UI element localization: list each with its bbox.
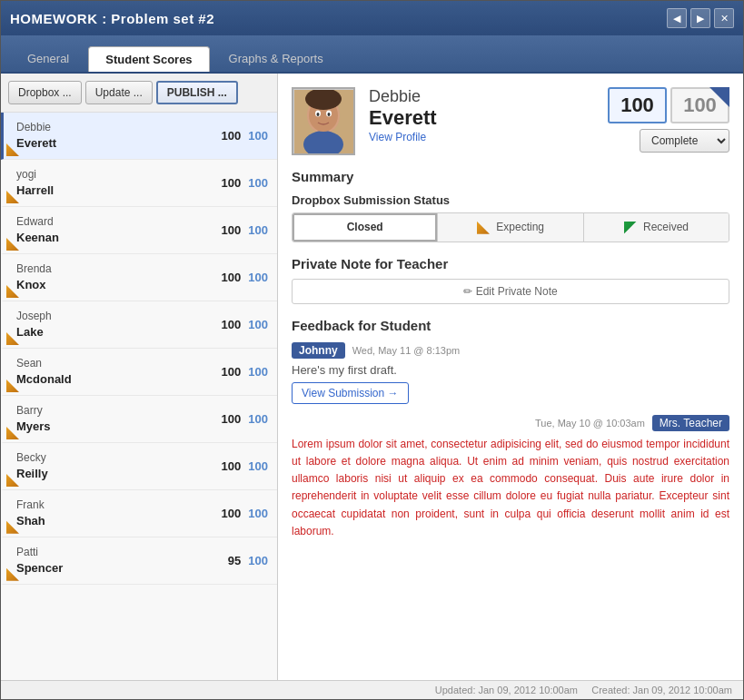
- student-name: Patti Spencer: [13, 545, 228, 577]
- edit-note-button[interactable]: ✏ Edit Private Note: [292, 279, 729, 304]
- student-item[interactable]: Joseph Lake 100 100: [1, 301, 277, 349]
- student-name: Barry Myers: [13, 403, 222, 435]
- feedback-title: Feedback for Student: [292, 318, 729, 333]
- publish-button[interactable]: PUBLISH ...: [156, 81, 238, 104]
- back-button[interactable]: ◀: [667, 8, 687, 28]
- received-badge: [624, 222, 637, 234]
- update-button[interactable]: Update ...: [85, 81, 153, 104]
- student-name: Debbie Everett: [13, 120, 222, 152]
- student-first: Barry: [16, 403, 222, 419]
- tab-student-scores[interactable]: Student Scores: [88, 46, 209, 72]
- student-list: Debbie Everett 100 100 yogi Harrell 100 …: [1, 113, 277, 680]
- student-last: Lake: [16, 324, 222, 340]
- teacher-header: Tue, May 10 @ 10:03am Mrs. Teacher: [292, 415, 729, 431]
- score-max: 100: [248, 271, 268, 284]
- student-scores-display: 100 100: [222, 129, 268, 143]
- score-current-box: 100: [608, 87, 667, 123]
- score-max: 100: [248, 507, 268, 520]
- status-select: Complete Incomplete Not Started: [640, 129, 729, 153]
- score-current: 100: [222, 459, 242, 473]
- footer: Updated: Jan 09, 2012 10:00am Created: J…: [1, 680, 743, 699]
- feedback-date: Wed, May 11 @ 8:13pm: [352, 345, 461, 356]
- student-scores-display: 100 100: [222, 412, 268, 426]
- student-first: Sean: [16, 356, 222, 371]
- dropbox-status: Closed Expecting Received: [292, 212, 729, 242]
- title-bar: HOMEWORK : Problem set #2 ◀ ▶ ✕: [1, 1, 743, 35]
- student-scores-display: 100 100: [222, 223, 268, 237]
- svg-point-6: [316, 113, 319, 116]
- dropbox-button[interactable]: Dropbox ...: [8, 81, 82, 104]
- student-first: Frank: [16, 498, 222, 513]
- student-item[interactable]: Barry Myers 100 100: [1, 396, 277, 443]
- student-name: yogi Harrell: [13, 167, 222, 199]
- student-avatar: [292, 87, 355, 155]
- close-button[interactable]: ✕: [714, 8, 734, 28]
- student-name: Edward Keenan: [13, 214, 222, 246]
- student-last: Keenan: [16, 230, 222, 246]
- status-dropdown[interactable]: Complete Incomplete Not Started: [640, 129, 729, 153]
- main-window: HOMEWORK : Problem set #2 ◀ ▶ ✕ General …: [0, 0, 744, 700]
- private-note-title: Private Note for Teacher: [292, 256, 729, 271]
- status-received[interactable]: Received: [584, 213, 729, 242]
- student-first: yogi: [16, 167, 222, 182]
- student-name: Joseph Lake: [13, 309, 222, 340]
- score-max: 100: [248, 554, 268, 567]
- score-current: 100: [222, 223, 242, 237]
- student-first: Patti: [16, 545, 228, 560]
- score-max: 100: [248, 176, 268, 190]
- status-expecting[interactable]: Expecting: [438, 213, 583, 242]
- student-last-name: Everett: [369, 106, 594, 130]
- score-current: 95: [228, 554, 241, 567]
- score-max: 100: [248, 129, 268, 143]
- score-current: 100: [222, 412, 242, 426]
- expecting-badge: [477, 222, 490, 234]
- score-current: 100: [222, 365, 242, 379]
- status-closed[interactable]: Closed: [293, 213, 438, 242]
- student-item[interactable]: yogi Harrell 100 100: [1, 160, 277, 207]
- student-first: Brenda: [16, 261, 222, 277]
- student-last: Myers: [16, 419, 222, 435]
- student-scores-display: 100 100: [222, 365, 268, 379]
- student-item[interactable]: Becky Reilly 100 100: [1, 443, 277, 490]
- left-panel: Dropbox ... Update ... PUBLISH ... Debbi…: [1, 74, 278, 680]
- corner-flag: [709, 87, 729, 107]
- student-last: Mcdonald: [16, 371, 222, 388]
- teacher-text: Lorem ipsum dolor sit amet, consectetur …: [292, 436, 729, 540]
- student-item[interactable]: Debbie Everett 100 100: [1, 113, 277, 160]
- feedback-section: Feedback for Student Johnny Wed, May 11 …: [292, 318, 729, 540]
- right-panel-inner: Debbie Everett View Profile 100 100 Comp…: [292, 87, 729, 554]
- view-profile-link[interactable]: View Profile: [369, 131, 426, 143]
- title-bar-controls: ◀ ▶ ✕: [667, 8, 734, 28]
- student-first: Debbie: [16, 120, 222, 135]
- tab-graphs-reports[interactable]: Graphs & Reports: [212, 45, 341, 72]
- student-scores-display: 95 100: [228, 554, 268, 567]
- student-last: Shah: [16, 513, 222, 529]
- student-item[interactable]: Frank Shah 100 100: [1, 490, 277, 537]
- student-item[interactable]: Patti Spencer 95 100: [1, 537, 277, 585]
- svg-point-7: [327, 113, 330, 116]
- student-item[interactable]: Brenda Knox 100 100: [1, 254, 277, 301]
- student-header: Debbie Everett View Profile 100 100 Comp…: [292, 87, 729, 155]
- score-current: 100: [222, 129, 242, 143]
- title-bar-left: HOMEWORK : Problem set #2: [10, 11, 214, 26]
- feedback-text: Here's my first draft.: [292, 363, 729, 377]
- student-scores-display: 100 100: [222, 318, 268, 331]
- student-last: Harrell: [16, 182, 222, 199]
- view-submission-button[interactable]: View Submission →: [292, 382, 409, 404]
- student-name: Becky Reilly: [13, 450, 222, 482]
- score-max: 100: [248, 318, 268, 331]
- student-first-name: Debbie: [369, 87, 594, 106]
- teacher-feedback: Tue, May 10 @ 10:03am Mrs. Teacher Lorem…: [292, 415, 729, 540]
- student-item[interactable]: Sean Mcdonald 100 100: [1, 349, 277, 396]
- tab-general[interactable]: General: [10, 45, 86, 72]
- student-info: Debbie Everett View Profile: [369, 87, 594, 143]
- window-title: HOMEWORK : Problem set #2: [10, 11, 214, 26]
- student-first: Becky: [16, 450, 222, 466]
- feedback-header: Johnny Wed, May 11 @ 8:13pm: [292, 342, 729, 359]
- student-last: Reilly: [16, 466, 222, 482]
- teacher-date: Tue, May 10 @ 10:03am: [535, 418, 645, 429]
- student-first: Joseph: [16, 309, 222, 324]
- student-name: Brenda Knox: [13, 261, 222, 293]
- student-item[interactable]: Edward Keenan 100 100: [1, 207, 277, 254]
- forward-button[interactable]: ▶: [690, 8, 710, 28]
